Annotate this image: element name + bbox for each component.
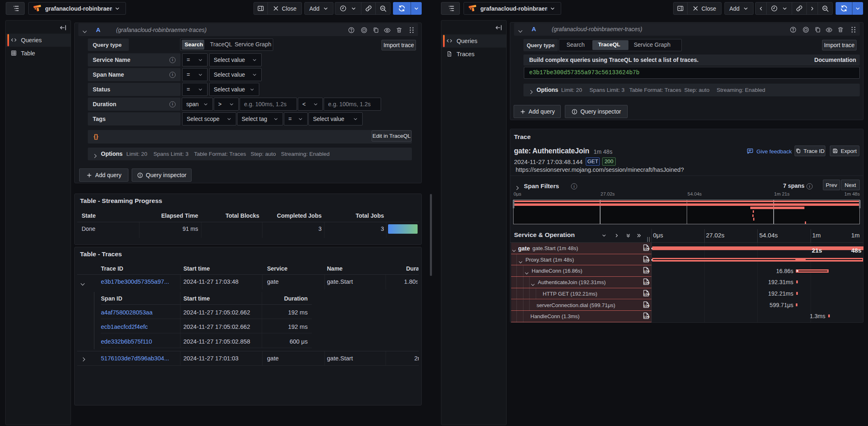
svg-text:LOG: LOG: [644, 247, 650, 250]
svg-text:LOG: LOG: [644, 281, 650, 284]
svg-text:LOG: LOG: [644, 315, 650, 318]
svg-text:LOG: LOG: [644, 259, 650, 262]
svg-text:LOG: LOG: [644, 270, 650, 273]
svg-text:LOG: LOG: [644, 304, 650, 307]
svg-text:LOG: LOG: [644, 293, 650, 296]
